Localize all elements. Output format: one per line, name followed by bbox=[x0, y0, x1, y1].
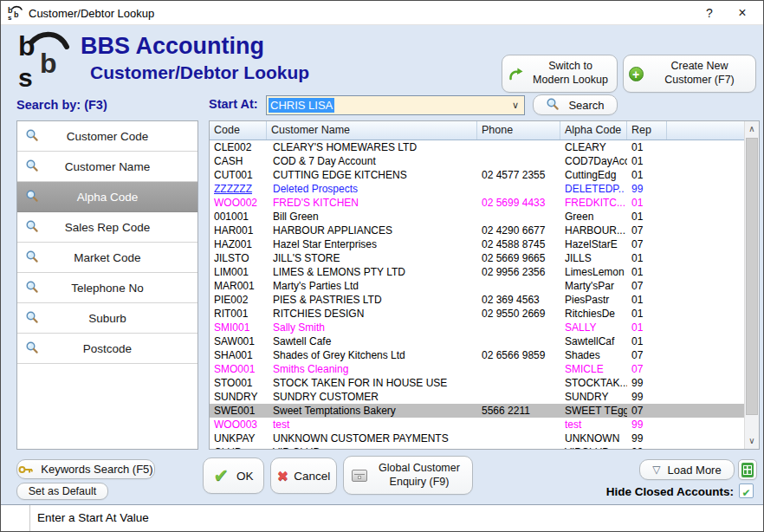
cell-phone bbox=[477, 376, 560, 390]
sidebar-item-label: Customer Code bbox=[67, 130, 149, 143]
cancel-button[interactable]: ✖ Cancel bbox=[270, 457, 337, 494]
sidebar-item-customer-name[interactable]: Customer Name bbox=[17, 152, 197, 182]
cell-rep: 07 bbox=[627, 348, 667, 362]
sidebar-item-alpha-code[interactable]: Alpha Code bbox=[17, 182, 197, 212]
magnifier-icon bbox=[25, 341, 39, 354]
table-row[interactable]: SMI001Sally SmithSALLY01 bbox=[210, 321, 744, 334]
table-row[interactable]: RIT001RITCHIES DESIGN02 9550 2669Ritchie… bbox=[210, 307, 744, 321]
cell-rep: 99 bbox=[627, 376, 667, 390]
table-row[interactable]: SAW001Sawtell CafeSawtellCaf01 bbox=[210, 334, 744, 348]
cell-name: Sawtell Cafe bbox=[267, 334, 477, 348]
cell-phone bbox=[477, 334, 560, 348]
cell-alpha: PiesPastr bbox=[560, 293, 627, 307]
cell-alpha: Shades bbox=[560, 348, 627, 362]
cell-phone: 02 9956 2356 bbox=[477, 265, 560, 279]
cell-phone bbox=[477, 431, 560, 445]
sidebar-item-suburb[interactable]: Suburb bbox=[17, 303, 197, 334]
cell-name: VIP CLUB bbox=[267, 445, 477, 449]
search-button[interactable]: Search bbox=[533, 94, 618, 115]
cell-code: CLUB bbox=[210, 445, 267, 449]
cell-rep: 01 bbox=[627, 293, 667, 307]
table-row[interactable]: SWE001Sweet Temptations Bakery5566 2211S… bbox=[210, 404, 744, 418]
cell-rep: 01 bbox=[627, 307, 667, 321]
cell-code: WOO002 bbox=[210, 196, 267, 210]
cell-alpha: SUNDRY bbox=[560, 390, 627, 404]
cell-name: JILL'S STORE bbox=[267, 251, 477, 265]
table-row[interactable]: JILSTOJILL'S STORE02 5669 9665JILLS01 bbox=[210, 251, 744, 265]
table-row[interactable]: CASHCOD & 7 Day AccountCOD7DayAcc01 bbox=[210, 154, 744, 168]
drawer-icon bbox=[352, 470, 367, 482]
load-more-button[interactable]: ▽ Load More bbox=[639, 459, 735, 480]
magnifier-icon bbox=[25, 128, 39, 142]
switch-to-modern-lookup-button[interactable]: Switch to Modern Lookup bbox=[502, 55, 618, 93]
page-title: Customer/Debtor Lookup bbox=[90, 62, 309, 83]
export-to-excel-button[interactable] bbox=[738, 459, 757, 480]
column-header-name[interactable]: Customer Name bbox=[267, 121, 477, 139]
hide-closed-accounts-checkbox[interactable]: ✔ bbox=[739, 483, 754, 498]
table-row[interactable]: HAZ001Hazel Star Enterprises02 4588 8745… bbox=[210, 237, 744, 251]
cell-name: UNKNOWN CUSTOMER PAYMENTS bbox=[267, 431, 477, 445]
column-header-phone[interactable]: Phone bbox=[477, 121, 560, 139]
table-row[interactable]: PIE002PIES & PASTRIES LTD02 369 4563Pies… bbox=[210, 293, 744, 307]
cell-alpha: UNKNOWN bbox=[560, 431, 627, 445]
column-header-code[interactable]: Code bbox=[210, 121, 267, 139]
start-at-input[interactable]: CHRIS LISA ∨ bbox=[266, 95, 525, 115]
app-logo-icon: b b s bbox=[8, 5, 24, 21]
cell-phone: 02 369 4563 bbox=[477, 293, 560, 307]
cell-code: SMI001 bbox=[210, 321, 267, 334]
set-as-default-button[interactable]: Set as Default bbox=[16, 483, 108, 500]
cell-code: SMO001 bbox=[210, 362, 267, 376]
table-row[interactable]: HAR001HARBOUR APPLIANCES02 4290 6677HARB… bbox=[210, 224, 744, 237]
table-row[interactable]: CLUBVIP CLUBVIPCLUB99 bbox=[210, 445, 744, 449]
table-row[interactable]: MAR001Marty's Parties LtdMarty'sPar07 bbox=[210, 279, 744, 293]
table-row[interactable]: WOO003testtest99 bbox=[210, 418, 744, 431]
chevron-down-icon[interactable]: ∨ bbox=[512, 100, 519, 111]
table-row[interactable]: SHA001Shades of Grey Kitchens Ltd02 6566… bbox=[210, 348, 744, 362]
cell-alpha: Marty'sPar bbox=[560, 279, 627, 293]
table-row[interactable]: LIM001LIMES & LEMONS PTY LTD02 9956 2356… bbox=[210, 265, 744, 279]
cell-alpha: SWEET TEgg bbox=[560, 404, 627, 418]
scroll-up-arrow-icon[interactable]: ∧ bbox=[745, 121, 759, 137]
column-header-rep[interactable]: Rep bbox=[627, 121, 667, 139]
cell-name: test bbox=[267, 418, 477, 431]
cell-name: Smiths Cleaning bbox=[267, 362, 477, 376]
scroll-down-arrow-icon[interactable]: ∨ bbox=[745, 433, 759, 449]
sidebar-item-sales-rep-code[interactable]: Sales Rep Code bbox=[17, 212, 197, 243]
sidebar-item-telephone-no[interactable]: Telephone No bbox=[17, 273, 197, 303]
svg-text:b: b bbox=[40, 48, 57, 79]
table-row[interactable]: ZZZZZZDeleted ProspectsDELETEDP..99 bbox=[210, 182, 744, 196]
global-customer-enquiry-button[interactable]: Global Customer Enquiry (F9) bbox=[343, 456, 473, 495]
cell-alpha: STOCKTAK... bbox=[560, 376, 627, 390]
table-row[interactable]: UNKPAYUNKNOWN CUSTOMER PAYMENTSUNKNOWN99 bbox=[210, 431, 744, 445]
column-header-alpha[interactable]: Alpha Code bbox=[560, 121, 627, 139]
vertical-scrollbar[interactable]: ∧ ∨ bbox=[744, 121, 759, 449]
table-row[interactable]: 001001Bill GreenGreen01 bbox=[210, 210, 744, 224]
close-button[interactable]: × bbox=[730, 4, 754, 22]
magnifier-icon bbox=[25, 310, 39, 324]
table-row[interactable]: STO001STOCK TAKEN FOR IN HOUSE USESTOCKT… bbox=[210, 376, 744, 390]
help-button[interactable]: ? bbox=[697, 4, 722, 22]
cell-name: Bill Green bbox=[267, 210, 477, 224]
scrollbar-thumb[interactable] bbox=[746, 138, 758, 415]
status-message: Enter a Start At Value bbox=[37, 511, 149, 524]
sidebar-item-customer-code[interactable]: Customer Code bbox=[17, 121, 197, 152]
table-row[interactable]: SUNDRYSUNDRY CUSTOMERSUNDRY99 bbox=[210, 390, 744, 404]
global-customer-enquiry-label: Global Customer Enquiry (F9) bbox=[374, 462, 464, 489]
table-row[interactable]: CUT001CUTTING EDGE KITCHENS02 4577 2355C… bbox=[210, 168, 744, 182]
sidebar-item-label: Alpha Code bbox=[77, 191, 139, 204]
customer-table: CodeCustomer NamePhoneAlpha CodeRep CLE0… bbox=[209, 120, 760, 450]
search-by-label: Search by: (F3) bbox=[16, 98, 107, 112]
cell-name: Hazel Star Enterprises bbox=[267, 237, 477, 251]
table-row[interactable]: CLE002CLEARY'S HOMEWARES LTDCLEARY01 bbox=[210, 140, 744, 154]
table-row[interactable]: WOO002FRED'S KITCHEN02 5699 4433FREDKITC… bbox=[210, 196, 744, 210]
cell-rep: 01 bbox=[627, 196, 667, 210]
cell-alpha: SALLY bbox=[560, 321, 627, 334]
ok-button[interactable]: ✔ OK bbox=[203, 457, 264, 494]
table-row[interactable]: SMO001Smiths CleaningSMICLE07 bbox=[210, 362, 744, 376]
sidebar-item-label: Market Code bbox=[74, 251, 140, 264]
cell-rep: 07 bbox=[627, 224, 667, 237]
create-new-customer-button[interactable]: + Create New Customer (F7) bbox=[623, 55, 756, 93]
keywords-search-button[interactable]: Keywords Search (F5) bbox=[16, 459, 155, 479]
sidebar-item-postcode[interactable]: Postcode bbox=[17, 334, 197, 364]
sidebar-item-market-code[interactable]: Market Code bbox=[17, 243, 197, 273]
